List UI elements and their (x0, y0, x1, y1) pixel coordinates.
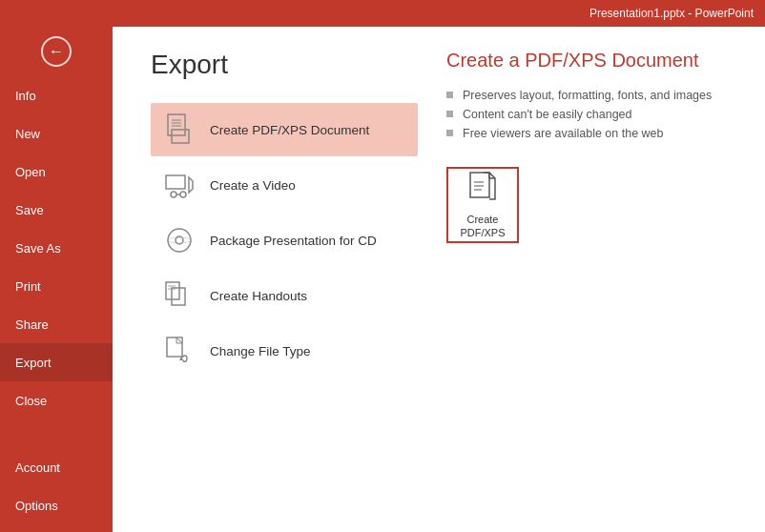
pdf-button-icon (468, 171, 497, 210)
svg-rect-5 (166, 175, 185, 189)
sidebar-item-open[interactable]: Open (0, 153, 113, 191)
bullet-square-3 (446, 130, 453, 136)
create-handouts-label: Create Handouts (210, 289, 307, 303)
detail-bullet-3: Free viewers are available on the web (446, 127, 736, 140)
detail-bullet-1: Preserves layout, formatting, fonts, and… (446, 89, 736, 102)
detail-bullets: Preserves layout, formatting, fonts, and… (446, 89, 736, 140)
sidebar-spacer (0, 419, 113, 448)
create-pdf-icon (162, 113, 196, 147)
export-option-package-cd[interactable]: Package Presentation for CD (151, 214, 418, 267)
svg-rect-13 (166, 282, 179, 299)
svg-rect-0 (168, 114, 185, 135)
change-file-type-icon (162, 334, 196, 368)
sidebar-item-account[interactable]: Account (0, 448, 113, 486)
back-icon: ← (41, 36, 72, 67)
create-pdf-button[interactable]: CreatePDF/XPS (446, 167, 519, 243)
export-option-change-file-type[interactable]: Change File Type (151, 324, 418, 378)
package-cd-label: Package Presentation for CD (210, 234, 377, 248)
change-file-type-label: Change File Type (210, 344, 311, 358)
sidebar-item-share[interactable]: Share (0, 305, 113, 343)
sidebar-item-info[interactable]: Info (0, 76, 113, 114)
svg-point-8 (180, 192, 186, 197)
create-pdf-label: Create PDF/XPS Document (210, 123, 369, 137)
svg-point-7 (171, 192, 176, 197)
content-area: Export Create PDF/XPS Document (113, 27, 765, 532)
sidebar-item-export[interactable]: Export (0, 343, 113, 381)
detail-panel: Create a PDF/XPS Document Preserves layo… (418, 27, 765, 532)
export-option-create-handouts[interactable]: Create Handouts (151, 269, 418, 322)
sidebar-item-new[interactable]: New (0, 114, 113, 153)
svg-point-12 (168, 237, 191, 243)
svg-rect-14 (172, 288, 185, 305)
create-video-label: Create a Video (210, 178, 296, 193)
export-option-create-video[interactable]: Create a Video (151, 158, 418, 212)
sidebar-item-close[interactable]: Close (0, 381, 113, 419)
detail-title: Create a PDF/XPS Document (446, 50, 736, 72)
main-layout: ← Info New Open Save Save As Print Share… (0, 27, 765, 532)
sidebar-item-save-as[interactable]: Save As (0, 229, 113, 267)
sidebar: ← Info New Open Save Save As Print Share… (0, 27, 113, 532)
export-title: Export (151, 50, 418, 80)
back-button[interactable]: ← (0, 27, 113, 76)
window-title: Presentation1.pptx - PowerPoint (589, 7, 754, 20)
sidebar-item-save[interactable]: Save (0, 191, 113, 229)
export-panel: Export Create PDF/XPS Document (113, 27, 418, 532)
create-handouts-icon (162, 278, 196, 313)
svg-marker-6 (189, 177, 193, 193)
svg-rect-1 (172, 130, 189, 143)
detail-bullet-2: Content can't be easily changed (446, 108, 736, 121)
sidebar-item-print[interactable]: Print (0, 267, 113, 305)
package-cd-icon (162, 223, 196, 257)
create-video-icon (162, 168, 196, 202)
export-option-create-pdf[interactable]: Create PDF/XPS Document (151, 103, 418, 156)
title-bar: Presentation1.pptx - PowerPoint (0, 0, 765, 27)
svg-point-10 (168, 229, 191, 252)
pdf-button-label: CreatePDF/XPS (460, 214, 505, 238)
sidebar-item-options[interactable]: Options (0, 486, 113, 524)
svg-rect-19 (470, 173, 489, 197)
sidebar-bottom: Account Options (0, 448, 113, 532)
bullet-square-1 (446, 92, 453, 98)
bullet-square-2 (446, 111, 453, 117)
